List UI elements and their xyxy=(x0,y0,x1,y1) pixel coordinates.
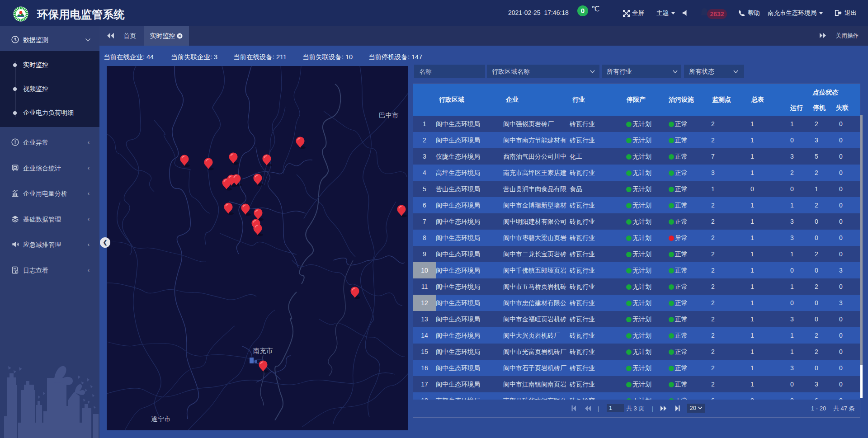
svg-text:南充市: 南充市 xyxy=(253,347,273,354)
svg-text:遂宁市: 遂宁市 xyxy=(151,415,171,423)
svg-text:巴中市: 巴中市 xyxy=(379,112,399,119)
